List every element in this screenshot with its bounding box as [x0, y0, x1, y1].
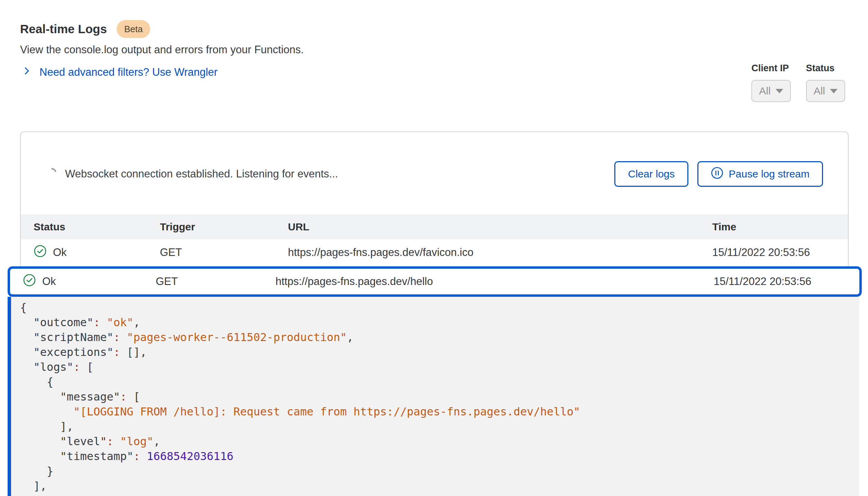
url-value: https://pages-fns.pages.dev/hello — [275, 275, 714, 288]
page-title: Real-time Logs — [20, 22, 107, 36]
websocket-status: Websocket connection established. Listen… — [47, 168, 338, 180]
time-value: 15/11/2022 20:53:56 — [712, 246, 848, 259]
log-table-header: Status Trigger URL Time — [21, 214, 848, 239]
log-detail-panel: { "outcome": "ok", "scriptName": "pages-… — [8, 297, 859, 496]
column-header-trigger: Trigger — [160, 221, 288, 233]
status-filter-dropdown[interactable]: All — [806, 80, 845, 102]
log-panel-header: Websocket connection established. Listen… — [21, 132, 848, 214]
log-json: { "outcome": "ok", "scriptName": "pages-… — [20, 300, 859, 494]
spinner-icon — [47, 168, 57, 180]
filters: Client IP All Status All — [751, 63, 845, 102]
client-ip-filter-label: Client IP — [751, 63, 790, 74]
wrangler-link-label: Need advanced filters? Use Wrangler — [39, 66, 218, 79]
column-header-url: URL — [288, 221, 712, 233]
pause-log-stream-button[interactable]: Pause log stream — [697, 161, 823, 187]
chevron-right-icon — [21, 66, 32, 79]
trigger-value: GET — [160, 246, 288, 259]
clear-logs-button[interactable]: Clear logs — [614, 161, 688, 187]
log-row[interactable]: Ok GET https://pages-fns.pages.dev/favic… — [21, 239, 848, 266]
wrangler-link[interactable]: Need advanced filters? Use Wrangler — [21, 66, 218, 79]
page-subtitle: View the console.log output and errors f… — [20, 44, 304, 56]
caret-down-icon — [830, 89, 838, 93]
caret-down-icon — [776, 89, 783, 93]
status-cell: Ok — [34, 245, 160, 260]
log-actions: Clear logs Pause log stream — [614, 161, 823, 187]
status-value: Ok — [42, 275, 56, 288]
status-filter: Status All — [806, 63, 845, 102]
check-circle-icon — [23, 274, 36, 290]
client-ip-filter-value: All — [759, 85, 770, 97]
status-value: Ok — [53, 246, 67, 259]
check-circle-icon — [34, 245, 47, 260]
clear-logs-label: Clear logs — [628, 168, 675, 180]
trigger-value: GET — [156, 275, 275, 288]
pause-icon — [711, 167, 723, 182]
status-filter-label: Status — [806, 63, 845, 74]
url-value: https://pages-fns.pages.dev/favicon.ico — [288, 246, 712, 259]
column-header-time: Time — [712, 221, 848, 233]
log-row-expanded[interactable]: Ok GET https://pages-fns.pages.dev/hello… — [8, 266, 862, 297]
client-ip-filter: Client IP All — [751, 63, 790, 102]
expanded-log-entry: Ok GET https://pages-fns.pages.dev/hello… — [8, 266, 862, 496]
page-header: Real-time Logs Beta — [20, 20, 150, 38]
time-value: 15/11/2022 20:53:56 — [714, 275, 859, 288]
client-ip-filter-dropdown[interactable]: All — [751, 80, 790, 102]
column-header-status: Status — [34, 221, 160, 233]
log-panel: Websocket connection established. Listen… — [20, 131, 849, 286]
status-cell: Ok — [23, 274, 156, 290]
websocket-status-text: Websocket connection established. Listen… — [65, 168, 338, 180]
status-filter-value: All — [814, 85, 825, 97]
pause-log-stream-label: Pause log stream — [729, 168, 810, 180]
beta-badge: Beta — [117, 20, 151, 38]
